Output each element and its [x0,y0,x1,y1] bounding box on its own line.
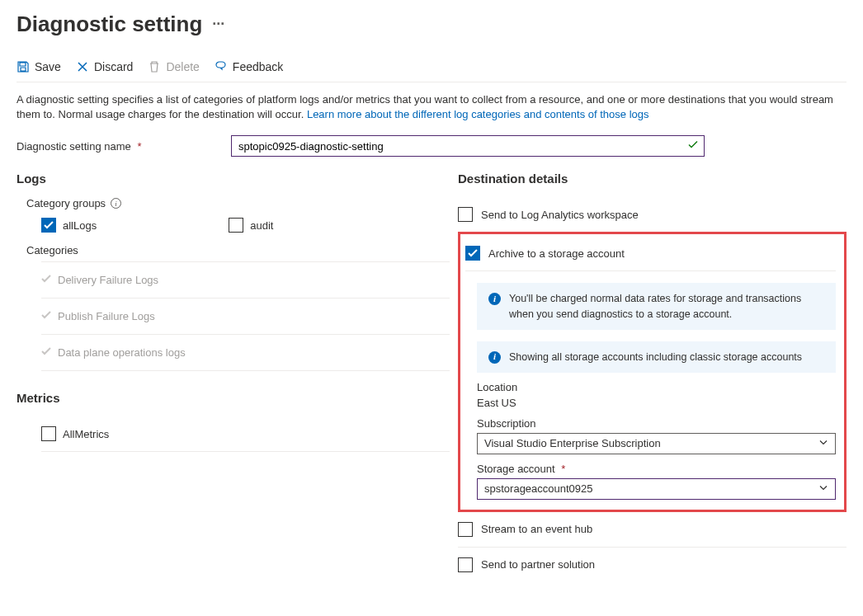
close-icon [76,60,89,73]
destination-column: Destination details Send to Log Analytic… [458,172,846,581]
destination-heading: Destination details [458,172,846,186]
categories-list: Delivery Failure Logs Publish Failure Lo… [41,261,450,371]
discard-label: Discard [94,60,133,73]
category-label: Data plane operations logs [58,346,186,359]
category-label: Delivery Failure Logs [58,274,158,286]
info-box-charges: i You'll be charged normal data rates fo… [477,283,836,329]
name-input-wrap [231,135,705,157]
checkbox-checked-icon [465,246,480,261]
alllogs-label: allLogs [63,219,97,232]
metrics-heading: Metrics [17,391,450,405]
audit-label: audit [250,219,273,232]
trash-icon [148,60,161,73]
feedback-button[interactable]: Feedback [215,60,283,73]
info-icon: i [488,293,501,305]
storage-value: spstorageaccount0925 [484,482,593,495]
dest-partner[interactable]: Send to partner solution [458,548,846,582]
delete-button: Delete [148,60,199,73]
audit-checkbox[interactable]: audit [229,218,273,233]
checkbox-icon [458,557,473,572]
required-asterisk: * [561,463,565,475]
learn-more-link[interactable]: Learn more about the different log categ… [307,108,649,120]
info-box-showing: i Showing all storage accounts including… [477,341,836,373]
checkbox-disabled-icon [41,274,51,286]
save-button[interactable]: Save [17,60,61,73]
logs-column: Logs Category groups i allLogs audit Cat… [17,172,450,581]
name-input[interactable] [231,135,705,157]
main-columns: Logs Category groups i allLogs audit Cat… [17,172,846,581]
checkbox-disabled-icon [41,346,51,359]
checkbox-icon [41,426,56,441]
dest-event-hub[interactable]: Stream to an event hub [458,512,846,548]
category-item: Data plane operations logs [41,334,450,371]
category-groups-row: allLogs audit [41,218,450,233]
chevron-down-icon [818,437,828,449]
storage-label: Storage account [477,463,555,475]
dest-archive[interactable]: Archive to a storage account [465,236,836,271]
info-icon: i [488,351,501,364]
dest-log-analytics[interactable]: Send to Log Analytics workspace [458,197,846,232]
page-title-text: Diagnostic setting [17,12,202,37]
allmetrics-label: AllMetrics [63,428,109,440]
storage-label-wrap: Storage account * [477,463,836,475]
save-icon [17,60,30,73]
save-label: Save [35,60,61,73]
page-title: Diagnostic setting ··· [17,12,846,37]
dest-log-analytics-label: Send to Log Analytics workspace [481,209,639,221]
more-icon[interactable]: ··· [212,16,224,33]
checkbox-icon [458,522,473,537]
discard-button[interactable]: Discard [76,60,133,73]
feedback-icon [215,60,228,73]
storage-group: Storage account * spstorageaccount0925 [477,463,836,500]
required-asterisk: * [137,140,141,153]
storage-select[interactable]: spstorageaccount0925 [477,478,836,500]
category-item: Publish Failure Logs [41,298,450,334]
subscription-value: Visual Studio Enterprise Subscription [484,437,661,449]
feedback-label: Feedback [233,60,283,73]
info-icon[interactable]: i [111,198,121,209]
location-value: East US [477,397,836,409]
allmetrics-checkbox[interactable]: AllMetrics [41,416,450,452]
checkbox-icon [458,207,473,222]
archive-highlight: Archive to a storage account i You'll be… [458,232,846,511]
category-item: Delivery Failure Logs [41,261,450,298]
location-group: Location East US [477,381,836,409]
name-field-row: Diagnostic setting name * [17,135,846,157]
dest-partner-label: Send to partner solution [481,558,595,571]
categories-label: Categories [26,244,450,256]
dest-archive-label: Archive to a storage account [488,247,625,260]
chevron-down-icon [818,482,828,495]
checkbox-checked-icon [41,218,56,233]
name-label-wrap: Diagnostic setting name * [17,140,231,153]
info-text: You'll be charged normal data rates for … [509,291,824,321]
valid-icon [688,140,698,153]
intro-text: A diagnostic setting specifies a list of… [17,92,846,122]
subscription-select[interactable]: Visual Studio Enterprise Subscription [477,433,836,454]
checkbox-icon [229,218,243,233]
alllogs-checkbox[interactable]: allLogs [41,218,97,233]
checkbox-disabled-icon [41,310,51,322]
name-label: Diagnostic setting name [17,140,131,153]
subscription-label: Subscription [477,417,836,430]
info-text: Showing all storage accounts including c… [509,350,802,364]
dest-event-hub-label: Stream to an event hub [481,523,592,535]
command-bar: Save Discard Delete Feedback [17,57,846,82]
delete-label: Delete [166,60,199,73]
subscription-group: Subscription Visual Studio Enterprise Su… [477,417,836,454]
category-label: Publish Failure Logs [58,310,155,322]
logs-heading: Logs [17,172,450,186]
category-groups-text: Category groups [26,197,106,209]
location-label: Location [477,381,836,393]
category-groups-label: Category groups i [26,197,450,209]
